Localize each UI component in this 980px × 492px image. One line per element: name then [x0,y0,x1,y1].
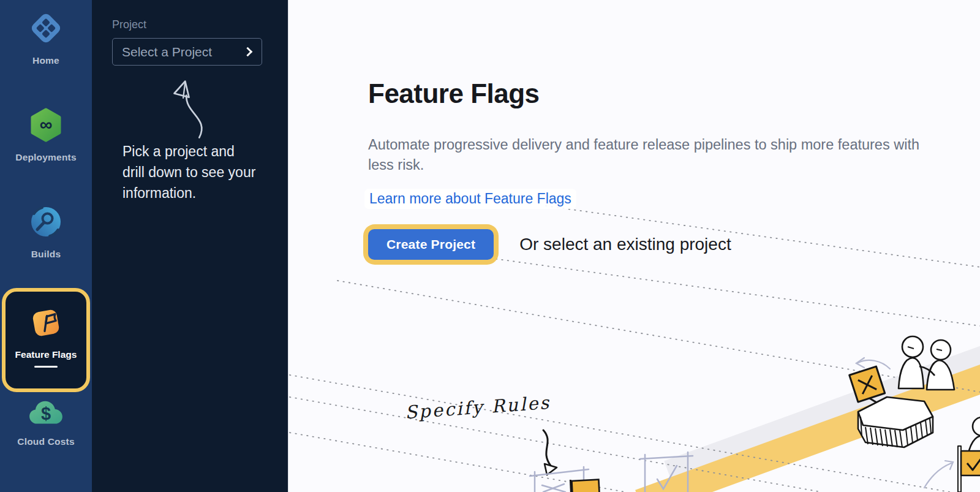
primary-nav: Home ∞ Deployments [0,0,92,492]
sidebar-item-home[interactable]: Home [0,11,92,66]
sidebar-item-label: Deployments [15,152,77,163]
deployments-icon: ∞ [29,108,63,145]
svg-text:∞: ∞ [40,115,53,134]
page-description: Automate progressive delivery and featur… [368,135,947,175]
chevron-right-icon [243,47,253,57]
sidebar-item-builds[interactable]: Builds [0,205,92,260]
sidebar-item-cloud-costs[interactable]: $ Cloud Costs [0,399,92,447]
project-label: Project [112,18,146,31]
cta-row: Create Project Or select an existing pro… [363,224,731,265]
arrow-doodle-icon [153,72,224,145]
project-select[interactable]: Select a Project [112,38,262,66]
feature-flags-icon [28,305,64,343]
sidebar-item-label: Builds [31,249,61,260]
cloud-costs-icon: $ [28,399,64,429]
learn-more-link[interactable]: Learn more about Feature Flags [364,189,576,209]
builds-icon [29,205,63,241]
create-project-button[interactable]: Create Project [368,229,494,260]
project-select-value: Select a Project [122,45,212,59]
page-title: Feature Flags [368,78,540,109]
project-panel: Project Select a Project Pick a project … [92,0,288,492]
active-indicator [34,366,58,368]
or-select-existing-text: Or select an existing project [519,235,731,254]
sidebar-item-label: Feature Flags [15,349,77,360]
main-content: Specify Rules Feature Flags Automate pro… [288,0,980,492]
sidebar-item-feature-flags[interactable]: Feature Flags [2,288,90,392]
svg-text:$: $ [41,404,51,423]
home-icon [29,11,63,48]
sidebar-item-deployments[interactable]: ∞ Deployments [0,108,92,163]
sidebar-item-label: Cloud Costs [17,436,74,447]
sidebar-item-label: Home [32,55,59,66]
project-hint-text: Pick a project and drill down to see you… [123,141,256,203]
create-project-highlight-ring: Create Project [363,224,499,265]
